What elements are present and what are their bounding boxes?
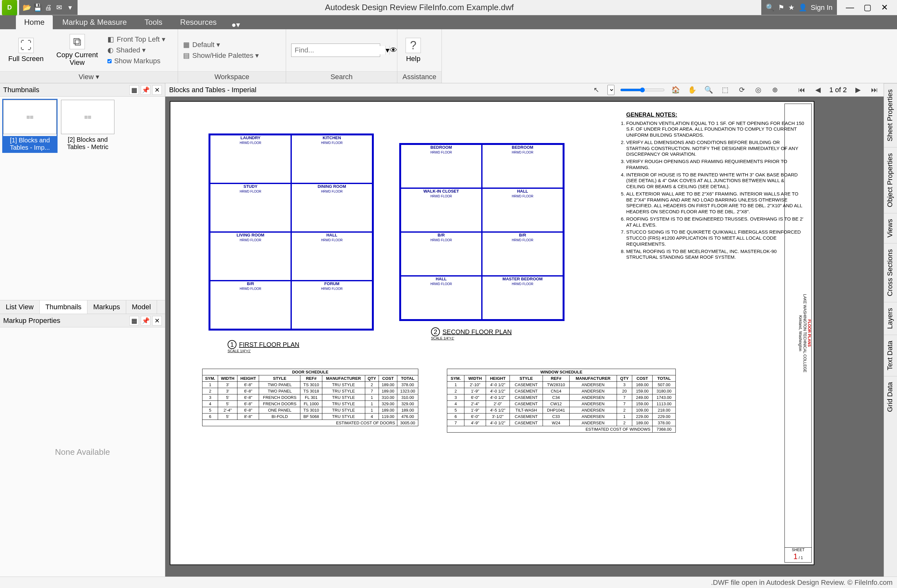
table-row: 13'6'-8"TWO PANELTS 3010TRU STYLE2189.00… [202,382,418,388]
panel-close-icon[interactable]: ✕ [152,85,162,95]
find-dropdown-icon[interactable]: ▾ [385,46,389,55]
open-icon[interactable]: 📂 [22,3,31,12]
binoculars-icon[interactable]: 👁 [389,46,397,55]
right-tab[interactable]: Views [884,213,897,243]
home-icon[interactable]: 🏠 [670,84,681,95]
last-page-icon[interactable]: ⏭ [869,84,880,95]
star-icon[interactable]: ★ [788,3,794,12]
table-row: 35'6'-8"FRENCH DOORSFL 301TRU STYLE1310.… [202,394,418,401]
tab-markups[interactable]: Markups [87,300,126,314]
right-tab[interactable]: Layers [884,302,897,335]
panel-close-icon[interactable]: ✕ [152,316,162,325]
thumbnail-item[interactable]: ▦▦ [1] Blocks and Tables - Imp... [3,100,57,152]
fullscreen-button[interactable]: ⛶ Full Screen [5,37,47,64]
tab-thumbnails[interactable]: Thumbnails [40,300,88,314]
table-row: 45'6'-8"FRENCH DOORSFL 1000TRU STYLE1329… [202,401,418,407]
panel-pin-icon[interactable]: 📌 [141,316,150,325]
thumbnail-caption: [1] Blocks and Tables - Imp... [3,136,57,152]
table-row: 23'6'-8"TWO PANELTS 3018TRU STYLE7189.00… [202,388,418,394]
table-row: 65'8'-8"BI-FOLDBF 5068TRU STYLE4119.0047… [202,413,418,420]
right-tab[interactable]: Grid Data [884,376,897,418]
show-markups-checkbox[interactable]: Show Markups [107,57,165,65]
binoculars-icon[interactable]: 🔍 [766,3,774,12]
thumbnail-caption: [2] Blocks and Tables - Metric [61,136,115,151]
table-row: 51'-9"4'-5 1/2"TILT-WASHDHP1041ANDERSEN2… [447,407,676,413]
zoom-slider[interactable] [620,87,664,92]
tab-markup[interactable]: Markup & Measure [54,15,135,29]
tab-resources[interactable]: Resources [172,15,225,29]
thumbnail-item[interactable]: ▦▦ [2] Blocks and Tables - Metric [61,100,115,151]
status-text: .DWF file open in Autodesk Design Review… [711,579,892,587]
canvas-toolbar: Blocks and Tables - Imperial ↖ 🏠 ✋ 🔍 ⬚ ⟳… [165,83,884,96]
markup-title: Markup Properties [3,317,60,325]
signin-link[interactable]: Sign In [811,3,833,12]
scale-dropdown[interactable] [608,85,614,95]
canvas[interactable]: GENERAL NOTES: FOUNDATION VENTILATION EQ… [165,96,884,577]
room: HALLHRWD FLOOR [291,232,372,281]
right-tab[interactable]: Object Properties [884,147,897,213]
panel-options-icon[interactable]: ▦ [129,85,139,95]
room: B/RHRWD FLOOR [482,232,563,276]
tab-listview[interactable]: List View [0,300,40,314]
save-icon[interactable]: 💾 [33,3,42,12]
right-tab[interactable]: Text Data [884,335,897,376]
shaded-dropdown[interactable]: ◐Shaded ▾ [107,46,165,54]
maximize-button[interactable]: ▢ [863,3,872,12]
qat-dropdown-icon[interactable]: ▾ [66,3,74,12]
group-workspace-label: Workspace [178,71,286,83]
print-icon[interactable]: 🖨 [44,3,53,12]
zoom-icon[interactable]: 🔍 [703,84,714,95]
palette-icon: ▤ [183,52,190,60]
orbit-icon[interactable]: ⟳ [736,84,747,95]
prev-page-icon[interactable]: ◀ [813,84,824,95]
page-indicator: 1 of 2 [829,86,847,94]
copy-view-button[interactable]: ⧉ Copy Current View [53,33,101,68]
orbit2-icon[interactable]: ◎ [753,84,764,95]
tab-model[interactable]: Model [126,300,157,314]
left-column: Thumbnails ▦ 📌 ✕ ▦▦ [1] Blocks and Table… [0,83,165,577]
thumbnail-preview: ▦▦ [61,100,115,134]
pan-icon[interactable]: ✋ [687,84,698,95]
room: FORUMHRWD FLOOR [291,281,372,329]
cube-icon: ◧ [107,35,114,44]
title-right-tools: 🔍 ⚑ ★ 👤 Sign In [761,0,837,15]
find-box: ▾ 👁 [291,44,380,57]
right-tab[interactable]: Cross Sections [884,243,897,302]
room: BEDROOMHRWD FLOOR [482,144,563,188]
shaded-icon: ◐ [107,46,113,54]
door-schedule: DOOR SCHEDULE SYM.WIDTHHEIGHTSTYLEREF#MA… [202,369,418,426]
mail-icon[interactable]: ✉ [55,3,64,12]
first-page-icon[interactable]: ⏮ [796,84,807,95]
room: STUDYHRWD FLOOR [210,184,291,232]
right-tab[interactable]: Sheet Properties [884,83,897,147]
quick-access-toolbar: 📂 💾 🖨 ✉ ▾ [19,0,78,15]
minimize-button[interactable]: — [846,3,854,12]
drawing-sheet: GENERAL NOTES: FOUNDATION VENTILATION EQ… [170,101,814,565]
show-hide-palettes-dropdown[interactable]: ▤Show/Hide Palettes ▾ [183,52,259,60]
note-item: ALL EXTERIOR WALL ARE TO BE 2"X6" FRAMIN… [626,191,804,215]
tab-home[interactable]: Home [16,15,53,29]
wheel-icon[interactable]: ⊕ [770,84,780,95]
user-icon: 👤 [799,3,807,12]
document-title: Blocks and Tables - Imperial [169,86,257,94]
notes-title: GENERAL NOTES: [626,111,804,119]
front-top-left-dropdown[interactable]: ◧Front Top Left ▾ [107,35,165,44]
status-bar: .DWF file open in Autodesk Design Review… [0,577,897,588]
help-button[interactable]: ? Help [403,37,424,64]
table-row: 12'-10"4'-0 1/2"CASEMENTTW28310ANDERSEN3… [447,382,676,388]
cursor-icon[interactable]: ↖ [591,84,602,95]
room: WALK-IN CLOSETHRWD FLOOR [401,188,482,232]
panel-pin-icon[interactable]: 📌 [141,85,150,95]
find-input[interactable] [291,46,385,54]
next-page-icon[interactable]: ▶ [853,84,863,95]
flag-icon[interactable]: ⚑ [778,3,784,12]
thumbnails-header: Thumbnails ▦ 📌 ✕ [0,83,165,96]
record-icon[interactable]: ●▾ [230,20,242,29]
default-workspace-dropdown[interactable]: ▦Default ▾ [183,41,259,49]
panel-options-icon[interactable]: ▦ [129,316,139,325]
close-button[interactable]: ✕ [881,3,888,12]
group-search-label: Search [286,71,397,83]
tab-tools[interactable]: Tools [136,15,171,29]
zoom-window-icon[interactable]: ⬚ [720,84,731,95]
thumbnail-preview: ▦▦ [3,100,57,134]
